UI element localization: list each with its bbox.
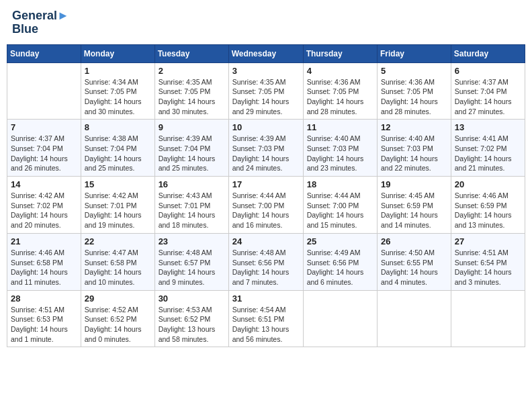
day-number: 26 xyxy=(381,236,447,246)
weekday-header-tuesday: Tuesday xyxy=(154,44,228,62)
week-row-4: 21Sunrise: 4:46 AMSunset: 6:58 PMDayligh… xyxy=(7,233,525,290)
day-number: 16 xyxy=(159,179,225,189)
calendar-cell: 29Sunrise: 4:52 AMSunset: 6:52 PMDayligh… xyxy=(81,290,154,347)
weekday-header-thursday: Thursday xyxy=(303,44,377,62)
day-number: 13 xyxy=(455,122,521,132)
day-info: Sunrise: 4:35 AMSunset: 7:05 PMDaylight:… xyxy=(232,77,300,117)
day-number: 31 xyxy=(232,293,300,304)
calendar-cell xyxy=(378,290,451,347)
calendar-cell: 24Sunrise: 4:48 AMSunset: 6:56 PMDayligh… xyxy=(228,233,303,290)
calendar-cell: 16Sunrise: 4:43 AMSunset: 7:01 PMDayligh… xyxy=(154,177,228,234)
calendar-cell: 19Sunrise: 4:45 AMSunset: 6:59 PMDayligh… xyxy=(378,177,451,234)
day-number: 4 xyxy=(307,66,373,76)
day-number: 10 xyxy=(232,122,300,132)
calendar-cell: 10Sunrise: 4:39 AMSunset: 7:03 PMDayligh… xyxy=(228,120,303,177)
logo: General►Blue xyxy=(12,9,69,36)
week-row-5: 28Sunrise: 4:51 AMSunset: 6:53 PMDayligh… xyxy=(7,290,525,347)
day-number: 21 xyxy=(11,236,77,246)
logo-text: General►Blue xyxy=(12,9,69,36)
day-number: 14 xyxy=(11,179,77,189)
day-number: 9 xyxy=(159,122,225,132)
weekday-header-wednesday: Wednesday xyxy=(228,44,303,62)
day-number: 18 xyxy=(307,179,373,189)
day-info: Sunrise: 4:52 AMSunset: 6:52 PMDaylight:… xyxy=(85,305,151,345)
calendar-cell: 18Sunrise: 4:44 AMSunset: 7:00 PMDayligh… xyxy=(303,177,377,234)
day-number: 30 xyxy=(159,293,225,304)
day-info: Sunrise: 4:34 AMSunset: 7:05 PMDaylight:… xyxy=(85,77,151,117)
day-info: Sunrise: 4:37 AMSunset: 7:04 PMDaylight:… xyxy=(455,77,521,117)
day-info: Sunrise: 4:42 AMSunset: 7:01 PMDaylight:… xyxy=(85,191,151,230)
day-info: Sunrise: 4:36 AMSunset: 7:05 PMDaylight:… xyxy=(381,77,447,117)
week-row-3: 14Sunrise: 4:42 AMSunset: 7:02 PMDayligh… xyxy=(7,177,525,234)
day-number: 2 xyxy=(159,66,225,76)
day-info: Sunrise: 4:40 AMSunset: 7:03 PMDaylight:… xyxy=(307,134,373,173)
calendar-cell xyxy=(303,290,377,347)
calendar-cell: 9Sunrise: 4:39 AMSunset: 7:04 PMDaylight… xyxy=(154,120,228,177)
calendar-cell: 15Sunrise: 4:42 AMSunset: 7:01 PMDayligh… xyxy=(81,177,154,234)
day-number: 20 xyxy=(455,179,521,189)
day-info: Sunrise: 4:51 AMSunset: 6:54 PMDaylight:… xyxy=(455,248,521,287)
day-info: Sunrise: 4:42 AMSunset: 7:02 PMDaylight:… xyxy=(11,191,77,230)
calendar-cell: 12Sunrise: 4:40 AMSunset: 7:03 PMDayligh… xyxy=(378,120,451,177)
day-number: 7 xyxy=(11,122,77,132)
day-number: 19 xyxy=(381,179,447,189)
day-info: Sunrise: 4:48 AMSunset: 6:56 PMDaylight:… xyxy=(232,248,300,287)
calendar-cell: 1Sunrise: 4:34 AMSunset: 7:05 PMDaylight… xyxy=(81,62,154,120)
weekday-header-monday: Monday xyxy=(81,44,154,62)
calendar-cell: 4Sunrise: 4:36 AMSunset: 7:05 PMDaylight… xyxy=(303,62,377,120)
weekday-header-friday: Friday xyxy=(378,44,451,62)
calendar-cell: 21Sunrise: 4:46 AMSunset: 6:58 PMDayligh… xyxy=(7,233,81,290)
day-number: 23 xyxy=(159,236,225,246)
day-info: Sunrise: 4:36 AMSunset: 7:05 PMDaylight:… xyxy=(307,77,373,117)
day-info: Sunrise: 4:41 AMSunset: 7:02 PMDaylight:… xyxy=(455,134,521,173)
day-info: Sunrise: 4:44 AMSunset: 7:00 PMDaylight:… xyxy=(307,191,373,230)
calendar-cell: 25Sunrise: 4:49 AMSunset: 6:56 PMDayligh… xyxy=(303,233,377,290)
calendar-cell: 22Sunrise: 4:47 AMSunset: 6:58 PMDayligh… xyxy=(81,233,154,290)
day-info: Sunrise: 4:38 AMSunset: 7:04 PMDaylight:… xyxy=(85,134,151,173)
day-number: 28 xyxy=(11,293,77,304)
day-number: 27 xyxy=(455,236,521,246)
day-number: 11 xyxy=(307,122,373,132)
calendar-cell: 13Sunrise: 4:41 AMSunset: 7:02 PMDayligh… xyxy=(451,120,525,177)
page-header: General►Blue xyxy=(7,7,525,39)
calendar-cell: 23Sunrise: 4:48 AMSunset: 6:57 PMDayligh… xyxy=(154,233,228,290)
calendar-cell: 7Sunrise: 4:37 AMSunset: 7:04 PMDaylight… xyxy=(7,120,81,177)
day-info: Sunrise: 4:51 AMSunset: 6:53 PMDaylight:… xyxy=(11,305,77,345)
weekday-header-saturday: Saturday xyxy=(451,44,525,62)
calendar-cell: 30Sunrise: 4:53 AMSunset: 6:52 PMDayligh… xyxy=(154,290,228,347)
calendar-cell: 20Sunrise: 4:46 AMSunset: 6:59 PMDayligh… xyxy=(451,177,525,234)
calendar-cell xyxy=(7,62,81,120)
day-number: 17 xyxy=(232,179,300,189)
day-info: Sunrise: 4:40 AMSunset: 7:03 PMDaylight:… xyxy=(381,134,447,173)
day-number: 29 xyxy=(85,293,151,304)
day-info: Sunrise: 4:50 AMSunset: 6:55 PMDaylight:… xyxy=(381,248,447,287)
day-info: Sunrise: 4:39 AMSunset: 7:03 PMDaylight:… xyxy=(232,134,300,173)
day-info: Sunrise: 4:47 AMSunset: 6:58 PMDaylight:… xyxy=(85,248,151,287)
day-number: 3 xyxy=(232,66,300,76)
day-info: Sunrise: 4:45 AMSunset: 6:59 PMDaylight:… xyxy=(381,191,447,230)
weekday-header-row: SundayMondayTuesdayWednesdayThursdayFrid… xyxy=(7,44,525,62)
day-info: Sunrise: 4:44 AMSunset: 7:00 PMDaylight:… xyxy=(232,191,300,230)
calendar-cell: 3Sunrise: 4:35 AMSunset: 7:05 PMDaylight… xyxy=(228,62,303,120)
calendar-cell: 2Sunrise: 4:35 AMSunset: 7:05 PMDaylight… xyxy=(154,62,228,120)
day-info: Sunrise: 4:46 AMSunset: 6:58 PMDaylight:… xyxy=(11,248,77,287)
day-number: 15 xyxy=(85,179,151,189)
day-number: 6 xyxy=(455,66,521,76)
day-number: 24 xyxy=(232,236,300,246)
calendar-cell: 31Sunrise: 4:54 AMSunset: 6:51 PMDayligh… xyxy=(228,290,303,347)
week-row-1: 1Sunrise: 4:34 AMSunset: 7:05 PMDaylight… xyxy=(7,62,525,120)
day-info: Sunrise: 4:48 AMSunset: 6:57 PMDaylight:… xyxy=(159,248,225,287)
day-info: Sunrise: 4:43 AMSunset: 7:01 PMDaylight:… xyxy=(159,191,225,230)
calendar-cell: 8Sunrise: 4:38 AMSunset: 7:04 PMDaylight… xyxy=(81,120,154,177)
calendar-cell: 26Sunrise: 4:50 AMSunset: 6:55 PMDayligh… xyxy=(378,233,451,290)
day-number: 5 xyxy=(381,66,447,76)
day-number: 22 xyxy=(85,236,151,246)
calendar-cell: 28Sunrise: 4:51 AMSunset: 6:53 PMDayligh… xyxy=(7,290,81,347)
day-info: Sunrise: 4:37 AMSunset: 7:04 PMDaylight:… xyxy=(11,134,77,173)
calendar-table: SundayMondayTuesdayWednesdayThursdayFrid… xyxy=(7,44,525,348)
day-info: Sunrise: 4:46 AMSunset: 6:59 PMDaylight:… xyxy=(455,191,521,230)
day-info: Sunrise: 4:54 AMSunset: 6:51 PMDaylight:… xyxy=(232,305,300,345)
day-number: 12 xyxy=(381,122,447,132)
week-row-2: 7Sunrise: 4:37 AMSunset: 7:04 PMDaylight… xyxy=(7,120,525,177)
calendar-cell: 17Sunrise: 4:44 AMSunset: 7:00 PMDayligh… xyxy=(228,177,303,234)
